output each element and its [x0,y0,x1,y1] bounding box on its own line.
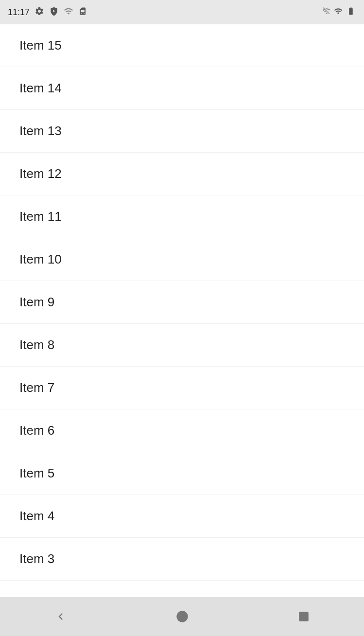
recents-button[interactable] [293,605,315,628]
item-list[interactable]: Item 15Item 14Item 13Item 12Item 11Item … [0,24,364,597]
back-button[interactable] [49,605,72,628]
list-item[interactable]: Item 7 [0,367,364,409]
signal-icon [334,7,343,18]
status-bar-right [322,7,356,18]
battery-icon [346,7,356,18]
navigation-bar [0,597,364,636]
settings-icon [35,6,44,18]
list-item[interactable]: Item 15 [0,24,364,67]
status-bar-left: 11:17 [8,6,87,18]
svg-rect-1 [299,612,309,621]
list-item[interactable]: Item 3 [0,538,364,581]
list-item[interactable]: Item 10 [0,238,364,281]
list-item[interactable]: Item 14 [0,67,364,110]
list-item[interactable]: Item 8 [0,324,364,367]
list-item[interactable]: Item 2 [0,581,364,597]
list-item[interactable]: Item 5 [0,452,364,495]
status-time: 11:17 [8,7,30,18]
list-item[interactable]: Item 4 [0,495,364,538]
status-bar: 11:17 [0,0,364,24]
list-item[interactable]: Item 11 [0,195,364,238]
list-item[interactable]: Item 13 [0,110,364,153]
sim-icon [78,6,87,18]
wifi-off-icon [322,7,331,18]
home-button[interactable] [171,605,194,628]
list-item[interactable]: Item 12 [0,153,364,195]
list-item[interactable]: Item 6 [0,409,364,452]
wifi-icon [64,6,73,18]
svg-point-0 [177,611,188,622]
list-item[interactable]: Item 9 [0,281,364,324]
shield-icon [49,6,59,18]
